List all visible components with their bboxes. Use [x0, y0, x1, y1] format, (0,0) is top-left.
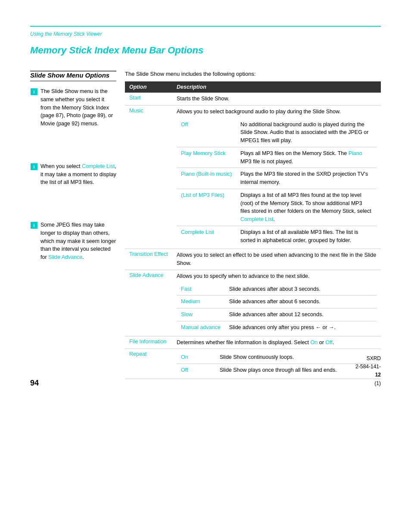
option-name-file-info: File Information	[125, 336, 172, 349]
sub-row: Manual advance Slide advances only after…	[177, 321, 377, 333]
option-name-transition: Transition Effect	[125, 249, 172, 270]
sub-row: (List of MP3 Files) Displays a list of a…	[177, 189, 377, 226]
table-row: Repeat On Slide Show continuously loops.…	[125, 349, 381, 379]
option-name-start: Start	[125, 93, 172, 105]
note-text-3: Some JPEG files may take longer to displ…	[40, 221, 116, 261]
table-row: File Information Determines whether file…	[125, 336, 381, 349]
sub-row: Medium Slide advances after about 6 seco…	[177, 296, 377, 308]
sub-row: Play Memory Stick Plays all MP3 files on…	[177, 147, 377, 168]
note-text-2: When you select Complete List, it may ta…	[40, 162, 116, 187]
note-item-3: i Some JPEG files may take longer to dis…	[30, 221, 116, 261]
table-row: Music Allows you to select background au…	[125, 105, 381, 249]
sub-option-fast: Fast	[177, 283, 225, 296]
section-title: Slide Show Menu Options	[30, 72, 116, 81]
sub-row: Complete List Displays a list of all ava…	[177, 226, 377, 246]
svg-text:i: i	[33, 223, 34, 228]
page-number: 94	[30, 379, 39, 388]
sub-desc-piano: Plays the MP3 file stored in the SXRD pr…	[236, 168, 377, 189]
col-header-description: Description	[172, 81, 381, 93]
sub-desc-manual: Slide advances only after you press ← or…	[225, 321, 377, 333]
sub-row: Slow Slide advances after about 12 secon…	[177, 308, 377, 321]
sub-row: Off No additional background audio is pl…	[177, 118, 377, 147]
slide-advance-sub-table: Fast Slide advances after about 3 second…	[177, 283, 377, 334]
sub-option-piano: Piano (Built-in music)	[177, 168, 236, 189]
sub-desc-play-memory: Plays all MP3 files on the Memory Stick.…	[236, 147, 377, 168]
sub-option-manual: Manual advance	[177, 321, 225, 333]
sub-option-off: Off	[177, 118, 236, 147]
sub-option-repeat-on: On	[177, 351, 215, 364]
sub-desc-repeat-off: Slide Show plays once through all files …	[215, 364, 377, 376]
svg-text:i: i	[33, 164, 34, 169]
repeat-sub-table: On Slide Show continuously loops. Off Sl…	[177, 351, 377, 376]
option-desc-repeat: On Slide Show continuously loops. Off Sl…	[172, 349, 381, 379]
sub-option-play-memory: Play Memory Stick	[177, 147, 236, 168]
sub-row: On Slide Show continuously loops.	[177, 351, 377, 364]
option-desc-slide-advance: Allows you to specify when to advance to…	[172, 270, 381, 336]
col-header-option: Option	[125, 81, 172, 93]
sub-row: Off Slide Show plays once through all fi…	[177, 364, 377, 376]
sub-row: Fast Slide advances after about 3 second…	[177, 283, 377, 296]
options-table: Option Description Start Starts the Slid…	[125, 81, 381, 379]
table-header-row: Option Description	[125, 81, 381, 93]
top-rule	[30, 26, 381, 27]
music-sub-table: Off No additional background audio is pl…	[177, 118, 377, 247]
on-link[interactable]: On	[311, 339, 318, 345]
right-column: The Slide Show menu includes the followi…	[125, 66, 381, 379]
piano-link[interactable]: Piano	[349, 150, 362, 156]
svg-text:i: i	[33, 89, 34, 94]
table-row: Start Starts the Slide Show.	[125, 93, 381, 105]
note-item-1: i The Slide Show menu is the same whethe…	[30, 87, 116, 128]
sub-option-repeat-off: Off	[177, 364, 215, 376]
breadcrumb: Using the Memory Stick Viewer	[30, 31, 381, 37]
option-desc-music: Allows you to select background audio to…	[172, 105, 381, 249]
sub-option-slow: Slow	[177, 308, 225, 321]
off-link[interactable]: Off	[325, 339, 332, 345]
sub-desc-fast: Slide advances after about 3 seconds.	[225, 283, 377, 296]
option-name-music: Music	[125, 105, 172, 249]
sub-desc-slow: Slide advances after about 12 seconds.	[225, 308, 377, 321]
sub-desc-complete-list: Displays a list of all available MP3 fil…	[236, 226, 377, 246]
option-desc-transition: Allows you to select an effect to be use…	[172, 249, 381, 270]
left-column: Slide Show Menu Options i The Slide Show…	[30, 66, 125, 379]
brand-name: SXRD	[355, 355, 381, 363]
main-content: Slide Show Menu Options i The Slide Show…	[30, 66, 381, 379]
model-number: 2-584-141-12(1)	[355, 363, 381, 388]
sub-desc-off: No additional background audio is played…	[236, 118, 377, 147]
note-item-2: i When you select Complete List, it may …	[30, 162, 116, 187]
note-icon-2: i	[30, 163, 38, 171]
page-title: Memory Stick Index Menu Bar Options	[30, 45, 381, 56]
sub-desc-repeat-on: Slide Show continuously loops.	[215, 351, 377, 364]
complete-list-link-2[interactable]: Complete List	[240, 216, 273, 222]
table-row: Transition Effect Allows you to select a…	[125, 249, 381, 270]
footer-brand: SXRD 2-584-141-12(1)	[355, 355, 381, 388]
note-icon-3: i	[30, 221, 38, 229]
option-name-slide-advance: Slide Advance	[125, 270, 172, 336]
sub-row: Piano (Built-in music) Plays the MP3 fil…	[177, 168, 377, 189]
option-name-repeat: Repeat	[125, 349, 172, 379]
sub-desc-list-mp3: Displays a list of all MP3 files found a…	[236, 189, 377, 226]
note-icon-1: i	[30, 88, 38, 96]
table-row: Slide Advance Allows you to specify when…	[125, 270, 381, 336]
slide-advance-link[interactable]: Slide Advance	[48, 254, 82, 260]
sub-option-medium: Medium	[177, 296, 225, 308]
complete-list-link-1[interactable]: Complete List	[82, 163, 115, 169]
page: Using the Memory Stick Viewer Memory Sti…	[0, 0, 411, 405]
sub-option-complete-list: Complete List	[177, 226, 236, 246]
intro-text: The Slide Show menu includes the followi…	[125, 71, 381, 77]
note-text-1: The Slide Show menu is the same whether …	[40, 87, 116, 128]
option-desc-file-info: Determines whether file information is d…	[172, 336, 381, 349]
sub-option-list-mp3: (List of MP3 Files)	[177, 189, 236, 226]
option-desc-start: Starts the Slide Show.	[172, 93, 381, 105]
sub-desc-medium: Slide advances after about 6 seconds.	[225, 296, 377, 308]
